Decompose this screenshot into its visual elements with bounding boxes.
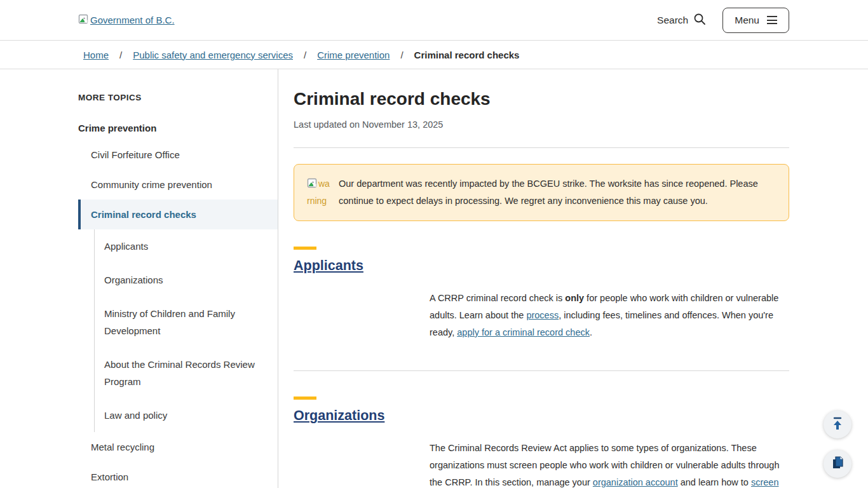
breadcrumb-separator: / bbox=[119, 50, 122, 60]
menu-label: Menu bbox=[735, 15, 759, 26]
process-link[interactable]: process bbox=[526, 310, 559, 320]
applicants-heading-link[interactable]: Applicants bbox=[294, 258, 363, 273]
main-content: Criminal record checks Last updated on N… bbox=[278, 69, 789, 488]
search-button[interactable]: Search bbox=[657, 13, 706, 28]
site-header: Government of B.C. Search Menu bbox=[0, 0, 868, 41]
organization-account-link[interactable]: organization account bbox=[593, 477, 678, 487]
breadcrumb-link-crime-prevention[interactable]: Crime prevention bbox=[317, 50, 390, 60]
government-bc-logo-link[interactable]: Government of B.C. bbox=[78, 14, 175, 27]
arrow-up-to-line-icon bbox=[831, 416, 844, 433]
back-to-top-button[interactable] bbox=[824, 410, 851, 438]
last-updated-text: Last updated on November 13, 2025 bbox=[294, 119, 789, 130]
broken-image-icon bbox=[78, 14, 89, 27]
organizations-heading-link[interactable]: Organizations bbox=[294, 408, 384, 423]
sidebar-item-mcfd[interactable]: Ministry of Children and Family Developm… bbox=[95, 297, 263, 348]
organizations-paragraph: The Criminal Records Review Act applies … bbox=[430, 440, 789, 488]
sidebar-group-crime-prevention[interactable]: Crime prevention bbox=[78, 123, 278, 140]
copy-pages-icon bbox=[831, 456, 844, 473]
sidebar-item-extortion[interactable]: Extortion bbox=[78, 462, 278, 488]
apply-criminal-record-check-link[interactable]: apply for a criminal record check bbox=[457, 327, 590, 337]
sidebar-sub-list: Applicants Organizations Ministry of Chi… bbox=[94, 229, 278, 432]
bold-text: only bbox=[565, 293, 584, 303]
text-run: and learn how to bbox=[678, 477, 751, 487]
sidebar-item-organizations[interactable]: Organizations bbox=[95, 263, 263, 297]
sidebar-item-law-and-policy[interactable]: Law and policy bbox=[95, 398, 263, 432]
sidebar-item-about-crrp[interactable]: About the Criminal Records Review Progra… bbox=[95, 348, 263, 398]
section-applicants: Applicants A CRRP criminal record check … bbox=[294, 247, 789, 371]
text-run: A CRRP criminal record check is bbox=[430, 293, 565, 303]
sidebar-item-criminal-record-checks-active[interactable]: Criminal record checks bbox=[78, 200, 278, 229]
page: Government of B.C. Search Menu H bbox=[0, 0, 868, 488]
search-label: Search bbox=[657, 15, 688, 26]
divider bbox=[294, 370, 789, 371]
search-icon bbox=[693, 13, 706, 28]
breadcrumb-separator: / bbox=[304, 50, 306, 60]
sidebar-heading: MORE TOPICS bbox=[78, 93, 278, 102]
hamburger-icon bbox=[767, 16, 777, 24]
breadcrumb-link-public-safety[interactable]: Public safety and emergency services bbox=[133, 50, 293, 60]
breadcrumb: Home / Public safety and emergency servi… bbox=[0, 41, 868, 69]
menu-button[interactable]: Menu bbox=[722, 8, 789, 33]
left-navigation: MORE TOPICS Crime prevention Civil Forfe… bbox=[78, 69, 278, 488]
warning-broken-image: warning bbox=[307, 175, 332, 210]
sidebar-item-metal-recycling[interactable]: Metal recycling bbox=[78, 432, 278, 462]
sidebar-item-civil-forfeiture-office[interactable]: Civil Forfeiture Office bbox=[78, 140, 278, 170]
logo-alt-text: Government of B.C. bbox=[90, 15, 175, 25]
breadcrumb-current: Criminal record checks bbox=[414, 50, 520, 60]
section-organizations: Organizations The Criminal Records Revie… bbox=[294, 396, 789, 488]
applicants-paragraph: A CRRP criminal record check is only for… bbox=[430, 290, 789, 341]
divider bbox=[294, 147, 789, 148]
copy-page-button[interactable] bbox=[824, 450, 851, 478]
text-run: . bbox=[590, 327, 592, 337]
breadcrumb-separator: / bbox=[400, 50, 403, 60]
sidebar-item-community-crime-prevention[interactable]: Community crime prevention bbox=[78, 170, 278, 200]
gold-accent-bar bbox=[294, 396, 316, 400]
breadcrumb-link-home[interactable]: Home bbox=[83, 50, 109, 60]
warning-alert-banner: warning Our department was recently impa… bbox=[294, 164, 789, 221]
sidebar-item-applicants[interactable]: Applicants bbox=[95, 229, 263, 263]
page-title: Criminal record checks bbox=[294, 88, 789, 109]
gold-accent-bar bbox=[294, 247, 316, 250]
alert-message: Our department was recently impacted by … bbox=[339, 175, 776, 210]
header-actions: Search Menu bbox=[657, 8, 789, 33]
